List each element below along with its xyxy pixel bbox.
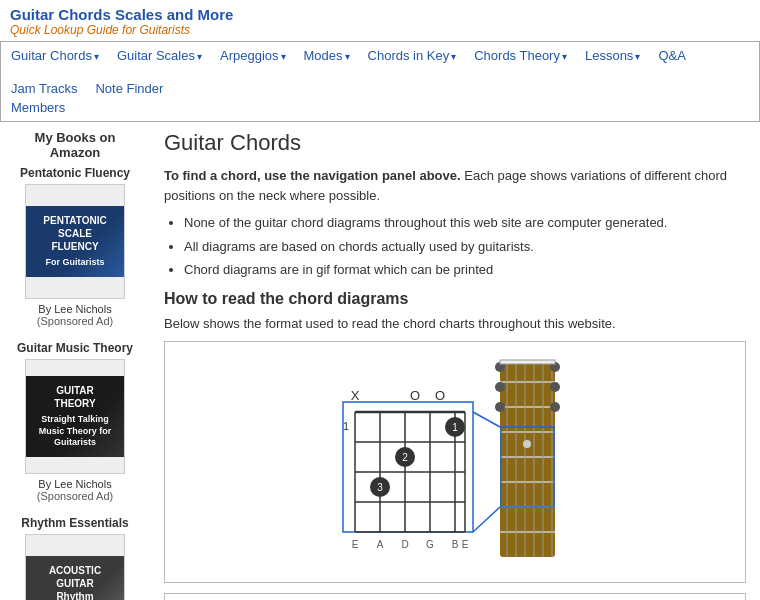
how-to-heading: How to read the chord diagrams bbox=[164, 290, 746, 308]
book-title: Guitar Music Theory bbox=[10, 341, 140, 355]
dropdown-arrow-icon: ▾ bbox=[281, 51, 286, 62]
svg-text:O: O bbox=[435, 388, 445, 403]
nav-item-q-a[interactable]: Q&A bbox=[658, 48, 685, 63]
svg-text:G: G bbox=[426, 539, 434, 550]
book-author: By Lee Nichols bbox=[10, 478, 140, 490]
book-cover[interactable]: GUITARTHEORYStraight Talking Music Theor… bbox=[25, 359, 125, 474]
dropdown-arrow-icon: ▾ bbox=[94, 51, 99, 62]
chord-diagram-svg: X O O 1 bbox=[325, 352, 585, 572]
svg-text:1: 1 bbox=[452, 422, 458, 433]
svg-point-19 bbox=[550, 402, 560, 412]
svg-text:B: B bbox=[452, 539, 459, 550]
book-cover[interactable]: PENTATONICSCALE FLUENCYFor Guitarists bbox=[25, 184, 125, 299]
book-section: Rhythm EssentialsACOUSTIC GUITARRhythm E… bbox=[10, 516, 140, 600]
navigation-bar: Guitar Chords▾Guitar Scales▾Arpeggios▾Mo… bbox=[0, 41, 760, 122]
explanation-diagram-box: Mute string or don't play X Play open st… bbox=[164, 593, 746, 600]
book-cover[interactable]: ACOUSTIC GUITARRhythm Essentials bbox=[25, 534, 125, 600]
site-header: Guitar Chords Scales and More Quick Look… bbox=[0, 0, 760, 41]
nav-item-lessons[interactable]: Lessons▾ bbox=[585, 48, 640, 63]
site-title: Guitar Chords Scales and More bbox=[10, 6, 750, 23]
sidebar: My Books on Amazon Pentatonic FluencyPEN… bbox=[0, 130, 150, 600]
nav-item-guitar-chords[interactable]: Guitar Chords▾ bbox=[11, 48, 99, 63]
book-title: Rhythm Essentials bbox=[10, 516, 140, 530]
sidebar-heading: My Books on Amazon bbox=[10, 130, 140, 160]
mute-x: X bbox=[351, 388, 360, 403]
book-section: Guitar Music TheoryGUITARTHEORYStraight … bbox=[10, 341, 140, 502]
nav-item-guitar-scales[interactable]: Guitar Scales▾ bbox=[117, 48, 202, 63]
svg-text:E: E bbox=[352, 539, 359, 550]
book-sponsor: (Sponsored Ad) bbox=[10, 490, 140, 502]
nav-bottom-row: Members bbox=[11, 100, 749, 115]
svg-rect-0 bbox=[500, 362, 555, 557]
bullet-item: Chord diagrams are in gif format which c… bbox=[184, 260, 746, 280]
nav-item-modes[interactable]: Modes▾ bbox=[304, 48, 350, 63]
svg-text:A: A bbox=[377, 539, 384, 550]
svg-point-18 bbox=[550, 382, 560, 392]
dropdown-arrow-icon: ▾ bbox=[451, 51, 456, 62]
intro-bold: To find a chord, use the navigation pane… bbox=[164, 168, 461, 183]
svg-text:3: 3 bbox=[377, 482, 383, 493]
svg-text:O: O bbox=[410, 388, 420, 403]
page-title: Guitar Chords bbox=[164, 130, 746, 156]
book-author: By Lee Nichols bbox=[10, 303, 140, 315]
svg-text:E: E bbox=[462, 539, 469, 550]
nav-item-members[interactable]: Members bbox=[11, 100, 65, 115]
main-content: Guitar Chords To find a chord, use the n… bbox=[150, 130, 760, 600]
how-to-text: Below shows the format used to read the … bbox=[164, 314, 746, 334]
nav-item-chords-theory[interactable]: Chords Theory▾ bbox=[474, 48, 567, 63]
chord-diagram-box: X O O 1 bbox=[164, 341, 746, 583]
nav-item-jam-tracks[interactable]: Jam Tracks bbox=[11, 81, 77, 96]
book-section: Pentatonic FluencyPENTATONICSCALE FLUENC… bbox=[10, 166, 140, 327]
svg-rect-20 bbox=[500, 360, 555, 364]
content-area: My Books on Amazon Pentatonic FluencyPEN… bbox=[0, 122, 760, 600]
svg-point-21 bbox=[523, 440, 531, 448]
svg-text:D: D bbox=[401, 539, 408, 550]
svg-text:2: 2 bbox=[402, 452, 408, 463]
bullet-item: None of the guitar chord diagrams throug… bbox=[184, 213, 746, 233]
bullet-item: All diagrams are based on chords actuall… bbox=[184, 237, 746, 257]
svg-point-15 bbox=[495, 382, 505, 392]
dropdown-arrow-icon: ▾ bbox=[562, 51, 567, 62]
nav-item-chords-in-key[interactable]: Chords in Key▾ bbox=[368, 48, 457, 63]
books-container: Pentatonic FluencyPENTATONICSCALE FLUENC… bbox=[10, 166, 140, 600]
dropdown-arrow-icon: ▾ bbox=[197, 51, 202, 62]
nav-item-arpeggios[interactable]: Arpeggios▾ bbox=[220, 48, 286, 63]
intro-paragraph: To find a chord, use the navigation pane… bbox=[164, 166, 746, 205]
nav-item-note-finder[interactable]: Note Finder bbox=[95, 81, 163, 96]
dropdown-arrow-icon: ▾ bbox=[345, 51, 350, 62]
nav-top-row: Guitar Chords▾Guitar Scales▾Arpeggios▾Mo… bbox=[11, 48, 749, 96]
dropdown-arrow-icon: ▾ bbox=[635, 51, 640, 62]
book-sponsor: (Sponsored Ad) bbox=[10, 315, 140, 327]
svg-text:1: 1 bbox=[343, 420, 349, 432]
book-title: Pentatonic Fluency bbox=[10, 166, 140, 180]
svg-point-16 bbox=[495, 402, 505, 412]
features-list: None of the guitar chord diagrams throug… bbox=[184, 213, 746, 280]
site-subtitle: Quick Lookup Guide for Guitarists bbox=[10, 23, 750, 37]
